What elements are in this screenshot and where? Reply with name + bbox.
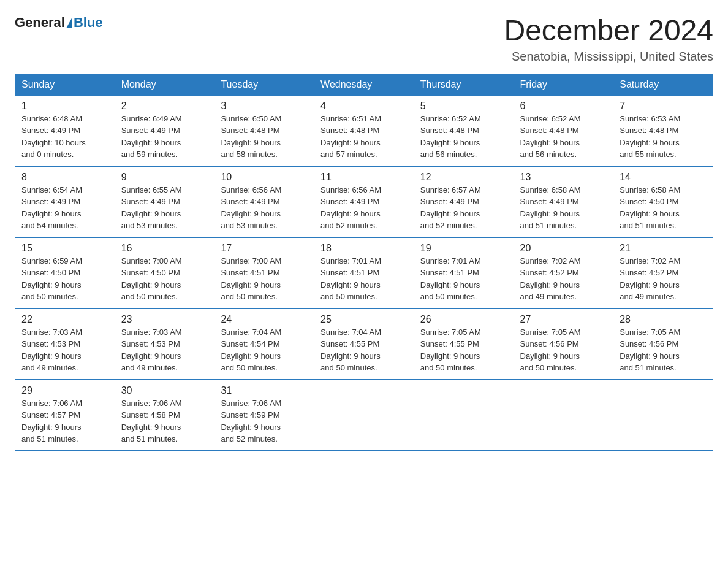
calendar-cell bbox=[314, 380, 414, 451]
calendar-cell bbox=[514, 380, 613, 451]
day-info: Sunrise: 6:52 AMSunset: 4:48 PMDaylight:… bbox=[420, 113, 507, 161]
day-info: Sunrise: 7:04 AMSunset: 4:54 PMDaylight:… bbox=[221, 326, 308, 374]
calendar-cell: 23 Sunrise: 7:03 AMSunset: 4:53 PMDaylig… bbox=[115, 308, 214, 380]
day-number: 29 bbox=[21, 385, 108, 396]
calendar-cell: 26 Sunrise: 7:05 AMSunset: 4:55 PMDaylig… bbox=[414, 308, 514, 380]
day-number: 19 bbox=[420, 243, 507, 254]
logo: General Blue bbox=[15, 15, 103, 31]
day-info: Sunrise: 6:58 AMSunset: 4:49 PMDaylight:… bbox=[520, 184, 607, 232]
calendar-cell: 17 Sunrise: 7:00 AMSunset: 4:51 PMDaylig… bbox=[214, 237, 314, 308]
day-number: 13 bbox=[520, 172, 607, 183]
header-wednesday: Wednesday bbox=[314, 74, 414, 95]
calendar-week-row-1: 1 Sunrise: 6:48 AMSunset: 4:49 PMDayligh… bbox=[15, 95, 713, 166]
day-number: 21 bbox=[620, 243, 707, 254]
day-number: 6 bbox=[520, 101, 607, 112]
calendar-cell: 11 Sunrise: 6:56 AMSunset: 4:49 PMDaylig… bbox=[314, 166, 414, 237]
calendar-cell: 12 Sunrise: 6:57 AMSunset: 4:49 PMDaylig… bbox=[414, 166, 514, 237]
calendar-cell: 7 Sunrise: 6:53 AMSunset: 4:48 PMDayligh… bbox=[613, 95, 713, 166]
day-number: 30 bbox=[121, 385, 208, 396]
day-number: 26 bbox=[420, 314, 507, 325]
day-number: 28 bbox=[620, 314, 707, 325]
calendar-cell: 6 Sunrise: 6:52 AMSunset: 4:48 PMDayligh… bbox=[514, 95, 613, 166]
calendar-cell: 18 Sunrise: 7:01 AMSunset: 4:51 PMDaylig… bbox=[314, 237, 414, 308]
header-sunday: Sunday bbox=[15, 74, 115, 95]
day-info: Sunrise: 6:56 AMSunset: 4:49 PMDaylight:… bbox=[221, 184, 308, 232]
day-info: Sunrise: 6:56 AMSunset: 4:49 PMDaylight:… bbox=[320, 184, 408, 232]
day-number: 27 bbox=[520, 314, 607, 325]
day-info: Sunrise: 7:02 AMSunset: 4:52 PMDaylight:… bbox=[520, 255, 607, 303]
day-info: Sunrise: 6:57 AMSunset: 4:49 PMDaylight:… bbox=[420, 184, 507, 232]
day-number: 31 bbox=[221, 385, 308, 396]
month-title: December 2024 bbox=[504, 15, 713, 47]
calendar-cell: 31 Sunrise: 7:06 AMSunset: 4:59 PMDaylig… bbox=[214, 380, 314, 451]
title-area: December 2024 Senatobia, Mississippi, Un… bbox=[504, 15, 713, 64]
calendar-cell: 25 Sunrise: 7:04 AMSunset: 4:55 PMDaylig… bbox=[314, 308, 414, 380]
calendar-cell: 2 Sunrise: 6:49 AMSunset: 4:49 PMDayligh… bbox=[115, 95, 214, 166]
day-number: 14 bbox=[620, 172, 707, 183]
calendar-cell: 15 Sunrise: 6:59 AMSunset: 4:50 PMDaylig… bbox=[15, 237, 115, 308]
header-friday: Friday bbox=[514, 74, 613, 95]
day-number: 16 bbox=[121, 243, 208, 254]
day-info: Sunrise: 6:49 AMSunset: 4:49 PMDaylight:… bbox=[121, 113, 208, 161]
day-info: Sunrise: 7:06 AMSunset: 4:59 PMDaylight:… bbox=[221, 397, 308, 445]
day-info: Sunrise: 7:05 AMSunset: 4:56 PMDaylight:… bbox=[520, 326, 607, 374]
day-info: Sunrise: 6:55 AMSunset: 4:49 PMDaylight:… bbox=[121, 184, 208, 232]
day-info: Sunrise: 7:05 AMSunset: 4:56 PMDaylight:… bbox=[620, 326, 707, 374]
day-info: Sunrise: 6:58 AMSunset: 4:50 PMDaylight:… bbox=[620, 184, 707, 232]
calendar-cell: 3 Sunrise: 6:50 AMSunset: 4:48 PMDayligh… bbox=[214, 95, 314, 166]
header-tuesday: Tuesday bbox=[214, 74, 314, 95]
day-info: Sunrise: 7:03 AMSunset: 4:53 PMDaylight:… bbox=[21, 326, 108, 374]
day-number: 22 bbox=[21, 314, 108, 325]
calendar-cell: 21 Sunrise: 7:02 AMSunset: 4:52 PMDaylig… bbox=[613, 237, 713, 308]
day-number: 7 bbox=[620, 101, 707, 112]
calendar-cell: 9 Sunrise: 6:55 AMSunset: 4:49 PMDayligh… bbox=[115, 166, 214, 237]
calendar-cell: 24 Sunrise: 7:04 AMSunset: 4:54 PMDaylig… bbox=[214, 308, 314, 380]
day-info: Sunrise: 7:00 AMSunset: 4:51 PMDaylight:… bbox=[221, 255, 308, 303]
calendar-header-row: Sunday Monday Tuesday Wednesday Thursday… bbox=[15, 74, 713, 95]
calendar-cell bbox=[613, 380, 713, 451]
calendar-cell: 10 Sunrise: 6:56 AMSunset: 4:49 PMDaylig… bbox=[214, 166, 314, 237]
day-number: 23 bbox=[121, 314, 208, 325]
day-info: Sunrise: 7:04 AMSunset: 4:55 PMDaylight:… bbox=[320, 326, 408, 374]
calendar-week-row-5: 29 Sunrise: 7:06 AMSunset: 4:57 PMDaylig… bbox=[15, 380, 713, 451]
calendar-week-row-2: 8 Sunrise: 6:54 AMSunset: 4:49 PMDayligh… bbox=[15, 166, 713, 237]
day-number: 25 bbox=[320, 314, 408, 325]
day-info: Sunrise: 6:50 AMSunset: 4:48 PMDaylight:… bbox=[221, 113, 308, 161]
logo-blue-text: Blue bbox=[74, 15, 103, 31]
day-info: Sunrise: 7:01 AMSunset: 4:51 PMDaylight:… bbox=[420, 255, 507, 303]
calendar-week-row-3: 15 Sunrise: 6:59 AMSunset: 4:50 PMDaylig… bbox=[15, 237, 713, 308]
day-info: Sunrise: 6:59 AMSunset: 4:50 PMDaylight:… bbox=[21, 255, 108, 303]
day-number: 2 bbox=[121, 101, 208, 112]
calendar-cell: 19 Sunrise: 7:01 AMSunset: 4:51 PMDaylig… bbox=[414, 237, 514, 308]
calendar-week-row-4: 22 Sunrise: 7:03 AMSunset: 4:53 PMDaylig… bbox=[15, 308, 713, 380]
day-number: 9 bbox=[121, 172, 208, 183]
day-number: 1 bbox=[21, 101, 108, 112]
calendar-cell: 29 Sunrise: 7:06 AMSunset: 4:57 PMDaylig… bbox=[15, 380, 115, 451]
day-number: 20 bbox=[520, 243, 607, 254]
calendar-cell: 30 Sunrise: 7:06 AMSunset: 4:58 PMDaylig… bbox=[115, 380, 214, 451]
calendar-cell: 16 Sunrise: 7:00 AMSunset: 4:50 PMDaylig… bbox=[115, 237, 214, 308]
calendar-cell: 27 Sunrise: 7:05 AMSunset: 4:56 PMDaylig… bbox=[514, 308, 613, 380]
page-header: General Blue December 2024 Senatobia, Mi… bbox=[15, 15, 713, 64]
day-info: Sunrise: 6:51 AMSunset: 4:48 PMDaylight:… bbox=[320, 113, 408, 161]
day-info: Sunrise: 7:03 AMSunset: 4:53 PMDaylight:… bbox=[121, 326, 208, 374]
day-number: 4 bbox=[320, 101, 408, 112]
day-info: Sunrise: 6:54 AMSunset: 4:49 PMDaylight:… bbox=[21, 184, 108, 232]
header-saturday: Saturday bbox=[613, 74, 713, 95]
header-monday: Monday bbox=[115, 74, 214, 95]
calendar-cell: 28 Sunrise: 7:05 AMSunset: 4:56 PMDaylig… bbox=[613, 308, 713, 380]
day-info: Sunrise: 6:53 AMSunset: 4:48 PMDaylight:… bbox=[620, 113, 707, 161]
day-info: Sunrise: 7:00 AMSunset: 4:50 PMDaylight:… bbox=[121, 255, 208, 303]
calendar-cell: 13 Sunrise: 6:58 AMSunset: 4:49 PMDaylig… bbox=[514, 166, 613, 237]
calendar-cell: 8 Sunrise: 6:54 AMSunset: 4:49 PMDayligh… bbox=[15, 166, 115, 237]
day-number: 15 bbox=[21, 243, 108, 254]
calendar-table: Sunday Monday Tuesday Wednesday Thursday… bbox=[15, 74, 713, 451]
day-info: Sunrise: 6:48 AMSunset: 4:49 PMDaylight:… bbox=[21, 113, 108, 161]
calendar-cell: 20 Sunrise: 7:02 AMSunset: 4:52 PMDaylig… bbox=[514, 237, 613, 308]
day-number: 12 bbox=[420, 172, 507, 183]
calendar-cell: 22 Sunrise: 7:03 AMSunset: 4:53 PMDaylig… bbox=[15, 308, 115, 380]
day-info: Sunrise: 7:06 AMSunset: 4:58 PMDaylight:… bbox=[121, 397, 208, 445]
day-number: 11 bbox=[320, 172, 408, 183]
day-info: Sunrise: 6:52 AMSunset: 4:48 PMDaylight:… bbox=[520, 113, 607, 161]
day-info: Sunrise: 7:02 AMSunset: 4:52 PMDaylight:… bbox=[620, 255, 707, 303]
